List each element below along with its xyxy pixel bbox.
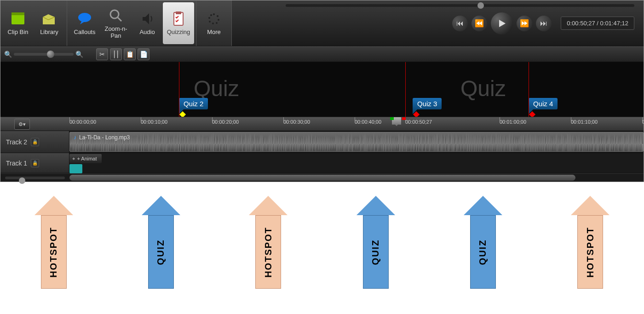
track-1-header[interactable]: Track 1 🔒: [0, 153, 69, 173]
timeline-area: Quiz Quiz Quiz 2Quiz 3Quiz 4 ⚙▾ 00:00:00…: [0, 62, 644, 182]
audio-button[interactable]: Audio: [132, 2, 163, 44]
svg-point-7: [213, 13, 215, 15]
track-2-name: Track 2: [6, 138, 27, 146]
quiz-marker[interactable]: Quiz 2: [179, 98, 208, 117]
cut-button[interactable]: ✂: [96, 48, 108, 60]
mid-toolbar: 🔍 🔍 ✂ ⎮⎮ 📋 📄: [0, 46, 644, 62]
svg-point-11: [212, 23, 214, 24]
arrow-head-icon: [142, 196, 180, 215]
preview-scrubber[interactable]: [286, 4, 634, 7]
play-button[interactable]: [491, 12, 513, 34]
svg-point-13: [208, 17, 210, 19]
more-label: More: [207, 29, 221, 35]
ruler-tick: 00:00:00;00: [69, 119, 96, 125]
audio-icon: [139, 11, 155, 27]
annotation-arrow: HOTSPOT: [571, 196, 610, 289]
callouts-icon: [76, 11, 93, 27]
skip-end-button[interactable]: ⏭: [536, 16, 552, 31]
paste-button[interactable]: 📄: [138, 48, 150, 60]
quizzing-button[interactable]: Quizzing: [163, 2, 194, 44]
timeline-zoom-control[interactable]: 🔍 🔍: [4, 51, 83, 58]
toolbar-group-more: More: [196, 0, 232, 46]
zoom-icon: [108, 7, 124, 24]
quiz-tag[interactable]: Quiz 2: [179, 98, 208, 109]
rewind-button[interactable]: ⏪: [472, 16, 487, 31]
ruler-tick: 00:00:30;00: [283, 119, 310, 125]
out-point[interactable]: [402, 117, 406, 120]
quiz-icon: [170, 11, 187, 27]
lock-icon[interactable]: 🔒: [31, 138, 39, 146]
svg-rect-1: [12, 12, 24, 15]
svg-rect-5: [174, 12, 183, 25]
lock-icon-2[interactable]: 🔒: [31, 159, 39, 167]
arrow-label: HOTSPOT: [263, 227, 274, 278]
annotation-arrows: HOTSPOTQUIZHOTSPOTQUIZQUIZHOTSPOT: [0, 182, 644, 289]
callouts-button[interactable]: Callouts: [69, 2, 100, 44]
track-2-body[interactable]: ♪ La-Ti-Da - Long.mp3: [69, 131, 644, 153]
track-zoom-knob[interactable]: [19, 177, 25, 184]
main-toolbar: Clip Bin Library Callouts Zoom-n- Pan Au…: [0, 0, 644, 46]
timeline-settings-button[interactable]: ⚙▾: [14, 119, 30, 130]
clip-bin-label: Clip Bin: [8, 29, 29, 35]
zoom-out-icon[interactable]: 🔍: [4, 51, 12, 58]
ruler-tick: 00:01:10;00: [571, 119, 598, 125]
arrow-shaft: QUIZ: [148, 215, 174, 289]
arrow-head-icon: [356, 196, 395, 215]
svg-point-2: [78, 13, 91, 22]
ruler-tick: 00:00:50;27: [405, 119, 432, 125]
copy-button[interactable]: 📋: [124, 48, 136, 60]
svg-point-14: [210, 14, 212, 16]
track-2-header[interactable]: Track 2 🔒: [0, 131, 69, 153]
scroll-thumb[interactable]: [69, 175, 575, 181]
svg-rect-0: [12, 14, 24, 24]
svg-line-4: [118, 17, 121, 21]
annotation-arrow: HOTSPOT: [249, 196, 288, 289]
skip-start-button[interactable]: ⏮: [452, 16, 468, 31]
track-1-body[interactable]: ++ Animat: [69, 153, 644, 173]
animation-clip[interactable]: ++ Animat: [69, 154, 102, 163]
quiz-watermark: Quiz: [194, 76, 239, 101]
zoom-in-icon[interactable]: 🔍: [75, 51, 83, 58]
audio-label: Audio: [139, 29, 155, 35]
ruler-tick: 00:00:10;00: [141, 119, 167, 125]
quiz-marker[interactable]: Quiz 3: [413, 98, 442, 117]
track-zoom-slider[interactable]: [5, 177, 65, 179]
audio-clip[interactable]: ♪ La-Ti-Da - Long.mp3: [69, 132, 644, 152]
annotation-arrow: QUIZ: [142, 196, 180, 289]
marker-strip[interactable]: Quiz Quiz Quiz 2Quiz 3Quiz 4: [0, 62, 644, 117]
quiz-marker[interactable]: Quiz 4: [529, 98, 558, 117]
toolbar-group-tools: Callouts Zoom-n- Pan Audio Quizzing: [67, 0, 196, 46]
music-note-icon: ♪: [74, 134, 76, 141]
quiz-tag[interactable]: Quiz 3: [413, 98, 442, 109]
library-button[interactable]: Library: [34, 2, 65, 44]
forward-button[interactable]: ⏩: [517, 16, 532, 31]
tracks: Track 2 🔒 ♪ La-Ti-Da - Long.mp3 Track 1: [0, 131, 644, 173]
more-button[interactable]: More: [198, 2, 230, 44]
arrow-head-icon: [571, 196, 610, 215]
zoom-knob[interactable]: [47, 51, 54, 58]
timeline-ruler[interactable]: ⚙▾ 00:00:00;0000:00:10;0000:00:20;0000:0…: [0, 117, 644, 131]
zoom-slider[interactable]: [14, 53, 74, 56]
edit-tools: ✂ ⎮⎮ 📋 📄: [96, 48, 150, 60]
quiz-tag[interactable]: Quiz 4: [529, 98, 558, 109]
in-point[interactable]: [390, 117, 394, 120]
svg-point-8: [217, 15, 218, 17]
waveform: [70, 132, 643, 152]
horizontal-scrollbar[interactable]: [0, 173, 644, 182]
arrow-label: HOTSPOT: [585, 227, 596, 278]
clip-bin-button[interactable]: Clip Bin: [2, 2, 34, 44]
clip-bin-icon: [10, 11, 26, 27]
video-clip[interactable]: [69, 164, 82, 173]
scrubber-handle[interactable]: [477, 2, 484, 9]
arrow-shaft: QUIZ: [363, 215, 389, 289]
more-icon: [206, 11, 222, 27]
preview-area: ⏮ ⏪ ⏩ ⏭ 0:00:50;27 / 0:01:47;12: [232, 0, 644, 46]
quizzing-label: Quizzing: [167, 29, 190, 35]
play-controls: ⏮ ⏪ ⏩ ⏭: [452, 12, 552, 34]
audio-clip-label: ♪ La-Ti-Da - Long.mp3: [74, 134, 130, 141]
arrow-shaft: HOTSPOT: [577, 215, 603, 289]
zoom-n-pan-button[interactable]: Zoom-n- Pan: [100, 2, 132, 44]
toolbar-group-bin: Clip Bin Library: [0, 0, 67, 46]
annotation-arrow: QUIZ: [356, 196, 395, 289]
split-button[interactable]: ⎮⎮: [110, 48, 122, 60]
